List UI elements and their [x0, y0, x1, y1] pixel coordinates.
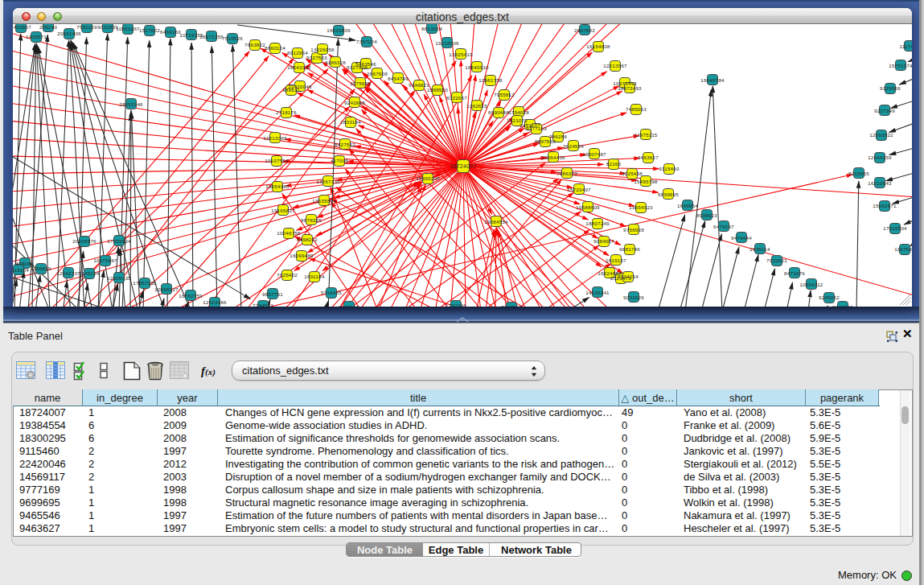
svg-text:16099489: 16099489 — [290, 253, 314, 258]
svg-text:8990448: 8990448 — [488, 109, 509, 115]
svg-text:12444159: 12444159 — [868, 154, 892, 160]
svg-text:2929282: 2929282 — [339, 304, 359, 307]
svg-text:20364436: 20364436 — [541, 154, 565, 160]
svg-text:16210643: 16210643 — [868, 180, 892, 186]
svg-text:9227349: 9227349 — [874, 108, 895, 113]
svg-text:6794028: 6794028 — [508, 109, 529, 115]
svg-text:3675685: 3675685 — [350, 80, 371, 86]
svg-text:8860124: 8860124 — [265, 45, 285, 51]
svg-text:19166827: 19166827 — [271, 208, 295, 213]
svg-text:7485063: 7485063 — [626, 106, 647, 112]
svg-text:9777169: 9777169 — [526, 126, 547, 131]
svg-text:17359924: 17359924 — [107, 238, 131, 244]
svg-text:10973493: 10973493 — [618, 85, 642, 91]
svg-text:9033426: 9033426 — [623, 295, 644, 300]
svg-text:12923466: 12923466 — [203, 299, 227, 305]
svg-text:12093822: 12093822 — [869, 132, 893, 138]
svg-text:1691144: 1691144 — [304, 274, 325, 279]
svg-text:7986372: 7986372 — [556, 171, 577, 176]
svg-text:16671355: 16671355 — [199, 34, 224, 39]
svg-text:1405571: 1405571 — [26, 34, 47, 39]
svg-text:16648784: 16648784 — [700, 77, 725, 83]
svg-text:2887682: 2887682 — [574, 27, 595, 33]
svg-text:9134254: 9134254 — [618, 274, 639, 279]
svg-text:12975115: 12975115 — [634, 132, 657, 138]
svg-text:9245052: 9245052 — [819, 295, 840, 300]
svg-text:1117408: 1117408 — [900, 43, 912, 49]
svg-text:7955812: 7955812 — [494, 92, 515, 97]
svg-text:7625402: 7625402 — [277, 272, 298, 278]
svg-text:1362615: 1362615 — [466, 103, 487, 109]
svg-text:12942737: 12942737 — [56, 270, 80, 276]
svg-text:17957255: 17957255 — [133, 280, 157, 286]
svg-text:62160: 62160 — [606, 161, 622, 167]
svg-text:8215955: 8215955 — [848, 171, 869, 176]
svg-text:1403557: 1403557 — [13, 24, 31, 30]
svg-text:6466160: 6466160 — [160, 29, 181, 35]
svg-text:5463546: 5463546 — [355, 61, 376, 67]
svg-text:16543382: 16543382 — [287, 64, 311, 70]
svg-text:14136141: 14136141 — [585, 290, 610, 295]
svg-text:9474444: 9474444 — [731, 235, 752, 241]
svg-text:19384554: 19384554 — [484, 219, 508, 225]
svg-text:209140: 209140 — [39, 24, 57, 30]
svg-text:9463627: 9463627 — [638, 154, 659, 160]
svg-text:7284512: 7284512 — [253, 303, 273, 307]
svg-text:3624554: 3624554 — [563, 143, 584, 149]
svg-text:10961758: 10961758 — [478, 77, 503, 83]
svg-text:17016504: 17016504 — [883, 225, 907, 231]
svg-text:18807249: 18807249 — [585, 220, 610, 226]
svg-text:2867608: 2867608 — [367, 71, 388, 76]
svg-text:9025438: 9025438 — [622, 171, 643, 176]
svg-text:10975867: 10975867 — [93, 257, 117, 263]
svg-text:18724007: 18724007 — [450, 163, 476, 169]
svg-text:20691406: 20691406 — [57, 31, 81, 36]
svg-text:13535594: 13535594 — [312, 198, 336, 204]
svg-text:8938923: 8938923 — [696, 212, 717, 218]
svg-text:8471676: 8471676 — [784, 270, 805, 276]
svg-text:6479197: 6479197 — [713, 224, 734, 229]
svg-text:9857791: 9857791 — [262, 291, 283, 297]
svg-text:7663822: 7663822 — [244, 42, 265, 47]
svg-text:16154808: 16154808 — [586, 43, 610, 49]
svg-text:6897568: 6897568 — [535, 138, 556, 144]
svg-text:12213967: 12213967 — [603, 63, 627, 68]
svg-text:1145194: 1145194 — [79, 270, 100, 276]
svg-text:8678335: 8678335 — [301, 217, 322, 223]
svg-text:12905135: 12905135 — [107, 275, 131, 281]
svg-text:8912954: 8912954 — [287, 50, 308, 56]
svg-text:10807487: 10807487 — [582, 151, 606, 157]
svg-text:1292346: 1292346 — [446, 303, 466, 307]
svg-text:2935114: 2935114 — [749, 246, 770, 252]
svg-text:f(x): f(x) — [201, 365, 216, 377]
svg-text:16033809: 16033809 — [326, 27, 351, 33]
svg-text:7364912: 7364912 — [501, 304, 522, 307]
svg-text:9881746: 9881746 — [619, 246, 640, 252]
svg-text:9129966: 9129966 — [880, 85, 901, 91]
svg-text:20206576: 20206576 — [72, 238, 97, 244]
svg-text:10107554: 10107554 — [265, 158, 289, 163]
svg-text:9756928: 9756928 — [623, 227, 644, 233]
svg-text:8322037: 8322037 — [446, 95, 467, 101]
svg-text:8498222: 8498222 — [297, 237, 318, 242]
svg-text:15495798: 15495798 — [634, 179, 658, 184]
svg-text:8454749: 8454749 — [388, 76, 409, 81]
svg-text:7932621: 7932621 — [766, 257, 787, 263]
svg-text:19218506: 19218506 — [435, 40, 459, 46]
svg-text:1615137: 1615137 — [606, 257, 626, 263]
svg-text:18640910: 18640910 — [465, 64, 489, 70]
svg-text:19654923: 19654923 — [629, 204, 653, 210]
svg-text:12213369: 12213369 — [263, 135, 287, 141]
svg-text:19654985: 19654985 — [265, 183, 290, 189]
svg-text:15692971: 15692971 — [873, 203, 897, 208]
svg-text:7515526: 7515526 — [222, 35, 243, 41]
svg-text:15720407: 15720407 — [567, 187, 591, 192]
svg-text:9084067: 9084067 — [593, 238, 614, 244]
svg-text:2718176: 2718176 — [276, 109, 297, 115]
svg-text:10853267: 10853267 — [116, 26, 140, 31]
svg-text:28053346: 28053346 — [119, 101, 143, 107]
svg-text:13226058: 13226058 — [310, 47, 335, 52]
svg-text:16782759: 16782759 — [179, 293, 203, 299]
svg-text:8813054: 8813054 — [421, 26, 442, 31]
svg-text:13325419: 13325419 — [449, 51, 473, 57]
